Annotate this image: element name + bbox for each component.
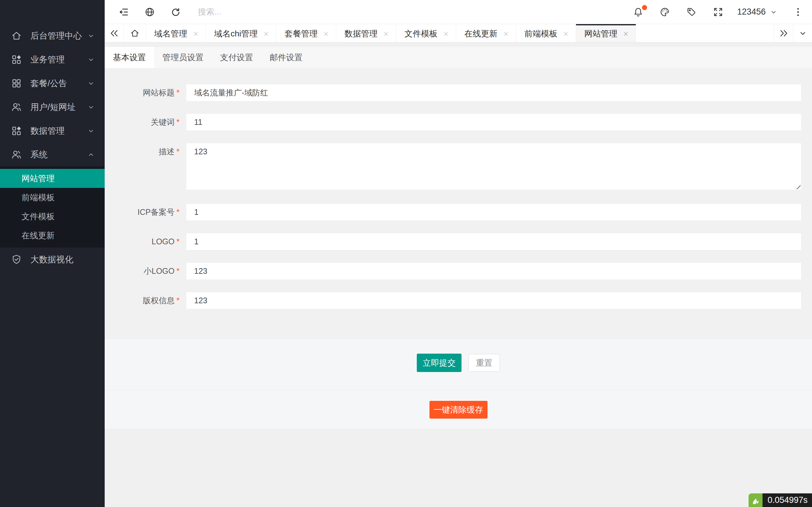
tab-email-settings[interactable]: 邮件设置 bbox=[261, 47, 311, 68]
sidebar-item-business[interactable]: 业务管理 bbox=[0, 48, 105, 71]
settings-tabs: 基本设置 管理员设置 支付设置 邮件设置 bbox=[105, 47, 812, 68]
sidebar-item-label: 用户/短网址 bbox=[31, 101, 87, 113]
more-options-icon[interactable] bbox=[792, 6, 804, 18]
sidebar-item-label: 系统 bbox=[31, 149, 87, 160]
tab-frontend-template[interactable]: 前端模板 bbox=[516, 24, 576, 42]
tab-site-management[interactable]: 网站管理 bbox=[576, 24, 636, 42]
field-label: 关键词 bbox=[151, 118, 174, 126]
cache-section: 一键清除缓存 bbox=[105, 390, 812, 429]
reset-button[interactable]: 重置 bbox=[468, 354, 500, 372]
tab-package-management[interactable]: 套餐管理 bbox=[276, 24, 336, 42]
close-icon[interactable] bbox=[443, 31, 450, 38]
field-label: 版权信息 bbox=[143, 296, 174, 305]
tab-label: 数据管理 bbox=[345, 28, 377, 39]
tab-label: 套餐管理 bbox=[285, 28, 317, 39]
chevron-up-icon bbox=[87, 151, 95, 159]
scroll-tabs-right-icon[interactable] bbox=[774, 24, 793, 42]
form-row-site-title: 网站标题* bbox=[105, 84, 802, 101]
form-row-description: 描述* 123 bbox=[105, 143, 802, 190]
tab-strip-right-controls bbox=[774, 24, 812, 42]
tab-data-management[interactable]: 数据管理 bbox=[336, 24, 396, 42]
form-row-icp: ICP备案号* bbox=[105, 204, 802, 221]
sidebar-item-file-template[interactable]: 文件模板 bbox=[0, 207, 105, 226]
home-tab-icon[interactable] bbox=[124, 24, 146, 42]
trace-time: 0.054997s bbox=[763, 493, 812, 507]
chevron-down-icon bbox=[769, 8, 778, 16]
collapse-menu-icon[interactable] bbox=[117, 6, 130, 18]
fullscreen-icon[interactable] bbox=[712, 6, 724, 18]
sidebar-item-label: 业务管理 bbox=[31, 54, 87, 65]
form-actions: 立即提交 重置 bbox=[105, 339, 812, 390]
icp-number-input[interactable] bbox=[186, 204, 802, 221]
chevron-down-icon bbox=[87, 32, 95, 40]
close-icon[interactable] bbox=[383, 31, 390, 38]
field-label: 网站标题 bbox=[143, 88, 174, 97]
apps-icon bbox=[11, 54, 22, 65]
sidebar-item-label: 后台管理中心 bbox=[31, 30, 87, 42]
field-label: 小LOGO bbox=[144, 267, 174, 275]
globe-icon[interactable] bbox=[143, 6, 156, 18]
chevron-down-icon bbox=[87, 79, 95, 88]
tab-domain-management[interactable]: 域名管理 bbox=[146, 24, 206, 42]
form-row-logo: LOGO* bbox=[105, 233, 802, 250]
topbar-right: 123456 bbox=[618, 6, 812, 18]
tab-actions-dropdown-icon[interactable] bbox=[793, 24, 812, 42]
close-icon[interactable] bbox=[322, 31, 329, 38]
refresh-icon[interactable] bbox=[169, 6, 182, 18]
description-textarea[interactable]: 123 bbox=[186, 143, 802, 190]
sidebar-item-online-update[interactable]: 在线更新 bbox=[0, 226, 105, 245]
scroll-tabs-left-icon[interactable] bbox=[105, 24, 124, 42]
close-icon[interactable] bbox=[502, 31, 509, 38]
theme-palette-icon[interactable] bbox=[658, 6, 671, 18]
sidebar-item-packages[interactable]: 套餐/公告 bbox=[0, 71, 105, 95]
search-input[interactable] bbox=[198, 7, 312, 17]
user-menu[interactable]: 123456 bbox=[737, 7, 778, 17]
username: 123456 bbox=[737, 7, 766, 17]
search-box bbox=[198, 7, 312, 17]
tab-file-template[interactable]: 文件模板 bbox=[396, 24, 456, 42]
sidebar-item-label: 套餐/公告 bbox=[31, 78, 87, 89]
sidebar-item-users[interactable]: 用户/短网址 bbox=[0, 95, 105, 119]
tab-label: 文件模板 bbox=[404, 28, 438, 39]
clear-cache-button[interactable]: 一键清除缓存 bbox=[429, 401, 488, 418]
site-title-input[interactable] bbox=[186, 84, 802, 101]
required-marker: * bbox=[176, 118, 180, 126]
tab-label: 网站管理 bbox=[584, 28, 617, 39]
settings-card: 基本设置 管理员设置 支付设置 邮件设置 网站标题* 关键词* 描述* bbox=[105, 47, 812, 339]
notifications-bell-icon[interactable] bbox=[632, 6, 645, 18]
close-icon[interactable] bbox=[192, 31, 199, 38]
content-area: 基本设置 管理员设置 支付设置 邮件设置 网站标题* 关键词* 描述* bbox=[105, 47, 812, 429]
sidebar-item-admin-center[interactable]: 后台管理中心 bbox=[0, 24, 105, 48]
chevron-down-icon bbox=[87, 103, 95, 111]
sidebar-item-system[interactable]: 系统 bbox=[0, 143, 105, 166]
users-icon bbox=[11, 101, 22, 113]
tag-icon[interactable] bbox=[685, 6, 698, 18]
chevron-down-icon bbox=[87, 127, 95, 135]
close-icon[interactable] bbox=[622, 31, 629, 38]
notification-badge bbox=[642, 5, 647, 10]
tab-label: 在线更新 bbox=[464, 28, 497, 39]
sidebar-menu: 后台管理中心 业务管理 套餐/公告 用户/短网址 数据管理 系统 bbox=[0, 0, 105, 271]
required-marker: * bbox=[176, 267, 180, 275]
shield-check-icon bbox=[11, 254, 22, 265]
tab-payment-settings[interactable]: 支付设置 bbox=[212, 47, 261, 68]
sidebar-item-site-management[interactable]: 网站管理 bbox=[0, 169, 105, 188]
tab-domain-chi-management[interactable]: 域名chi管理 bbox=[206, 24, 276, 42]
form-row-copyright: 版权信息* bbox=[105, 292, 802, 309]
small-logo-input[interactable] bbox=[186, 262, 802, 280]
sidebar-item-bigdata-visualization[interactable]: 大数据视化 bbox=[0, 247, 105, 271]
sidebar-item-frontend-template[interactable]: 前端模板 bbox=[0, 188, 105, 207]
close-icon[interactable] bbox=[562, 31, 569, 38]
form-row-keywords: 关键词* bbox=[105, 113, 802, 131]
tab-admin-settings[interactable]: 管理员设置 bbox=[154, 47, 212, 68]
close-icon[interactable] bbox=[263, 31, 270, 38]
logo-input[interactable] bbox=[186, 233, 802, 250]
tab-basic-settings[interactable]: 基本设置 bbox=[105, 47, 154, 68]
sidebar-item-data[interactable]: 数据管理 bbox=[0, 119, 105, 143]
copyright-input[interactable] bbox=[186, 292, 802, 309]
keywords-input[interactable] bbox=[186, 113, 802, 131]
tab-online-update[interactable]: 在线更新 bbox=[456, 24, 516, 42]
thinkphp-logo-icon[interactable] bbox=[749, 493, 763, 507]
submit-button[interactable]: 立即提交 bbox=[417, 354, 461, 372]
sidebar-item-label: 数据管理 bbox=[31, 125, 87, 136]
